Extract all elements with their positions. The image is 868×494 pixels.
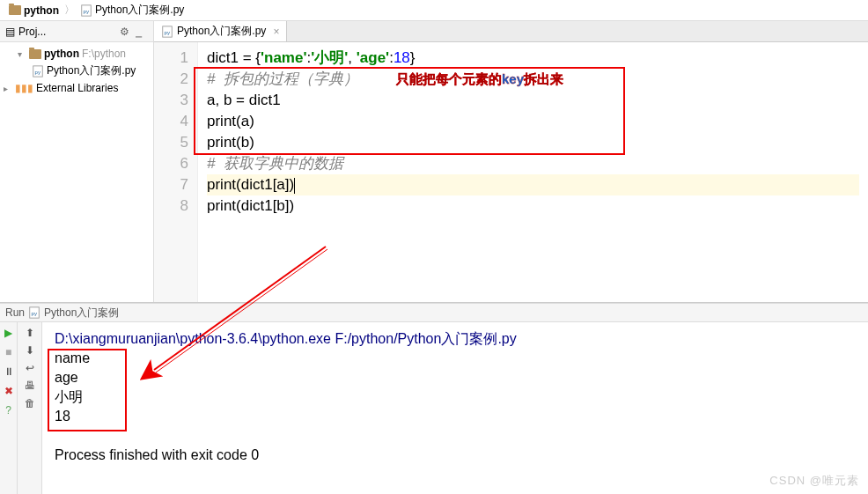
svg-text:py: py	[32, 310, 38, 316]
line-number: 4	[158, 111, 188, 132]
line-number: 3	[158, 90, 188, 111]
run-header: Run py Python入门案例	[0, 303, 868, 322]
line-number: 8	[158, 195, 188, 217]
tree-external-libs[interactable]: ▸ ▮▮▮ External Libraries	[0, 80, 153, 96]
code-line: # 获取字典中的数据	[207, 153, 859, 174]
console-exit: Process finished with exit code 0	[55, 446, 856, 465]
up-icon[interactable]: ⬆	[23, 326, 37, 340]
editor-area: py Python入门案例.py × 1 2 3 4 5 6 7 8 dict1…	[154, 21, 868, 302]
close-icon[interactable]: ×	[273, 26, 279, 38]
tree-external-libs-label: External Libraries	[36, 82, 118, 94]
line-number: 2	[158, 69, 188, 90]
close-icon[interactable]: ✖	[2, 384, 16, 398]
breadcrumb: python 〉 py Python入门案例.py	[0, 0, 868, 21]
tree-root-path: F:\python	[82, 48, 126, 60]
code-line: print(b)	[207, 132, 859, 153]
help-icon[interactable]: ?	[2, 403, 16, 417]
rerun-icon[interactable]: ▶	[2, 326, 16, 340]
tree-root-label: python	[44, 48, 79, 60]
text-caret	[294, 178, 295, 194]
run-header-title: Python入门案例	[44, 306, 119, 321]
code-line: a, b = dict1	[207, 90, 859, 111]
tree-root[interactable]: ▾ python F:\python	[0, 46, 153, 62]
line-number: 5	[158, 132, 188, 153]
trash-icon[interactable]: 🗑	[23, 396, 37, 410]
line-number: 6	[158, 153, 188, 174]
console-output[interactable]: D:\xiangmuruanjian\python-3.6.4\python.e…	[42, 322, 868, 494]
tab-label: Python入门案例.py	[177, 24, 266, 39]
chevron-right-icon[interactable]: ▸	[4, 84, 12, 93]
console-command: D:\xiangmuruanjian\python-3.6.4\python.e…	[55, 329, 856, 349]
project-tool-window: ▤ Proj... ⚙ ⎯ ▾ python F:\python py Pyth…	[0, 21, 154, 302]
stop-icon[interactable]: ■	[2, 345, 16, 359]
project-header: ▤ Proj... ⚙ ⎯	[0, 21, 153, 42]
line-number: 7	[158, 174, 188, 195]
tab-python-file[interactable]: py Python入门案例.py ×	[154, 21, 287, 41]
svg-text:py: py	[84, 7, 90, 13]
tree-file-label: Python入门案例.py	[47, 63, 136, 78]
folder-icon	[29, 49, 41, 59]
code-content[interactable]: dict1 = {'name':'小明', 'age':18} # 拆包的过程（…	[198, 42, 868, 302]
editor-tabs: py Python入门案例.py ×	[154, 21, 868, 42]
python-file-icon: py	[32, 65, 44, 77]
chevron-down-icon[interactable]: ▾	[18, 49, 26, 59]
folder-icon	[9, 5, 21, 15]
line-number: 1	[158, 48, 188, 69]
console-line: age	[55, 368, 856, 387]
code-line: print(a)	[207, 111, 859, 132]
wrap-icon[interactable]: ↩	[23, 361, 37, 375]
console-line: 18	[55, 407, 856, 426]
python-file-icon: py	[161, 26, 173, 38]
breadcrumb-project-label: python	[24, 4, 59, 17]
code-editor[interactable]: 1 2 3 4 5 6 7 8 dict1 = {'name':'小明', 'a…	[154, 42, 868, 302]
code-line: # 拆包的过程（字典）	[207, 69, 859, 90]
svg-text:py: py	[35, 68, 41, 74]
down-icon[interactable]: ⬇	[23, 343, 37, 358]
run-toolbar-right: ⬆ ⬇ ↩ 🖶 🗑	[18, 322, 42, 494]
code-line: print(dict1[a])	[207, 174, 859, 195]
chevron-right-icon: 〉	[64, 3, 75, 18]
library-icon: ▮▮▮	[15, 82, 33, 94]
svg-text:py: py	[165, 28, 171, 34]
gear-icon[interactable]: ⚙	[120, 26, 132, 38]
run-tool-window: Run py Python入门案例 ▶ ■ ⏸ ✖ ? ⬆ ⬇ ↩ 🖶 🗑 D:…	[0, 303, 868, 494]
project-tree[interactable]: ▾ python F:\python py Python入门案例.py ▸ ▮▮…	[0, 42, 153, 302]
python-file-icon: py	[28, 306, 40, 319]
breadcrumb-file-label: Python入门案例.py	[95, 3, 184, 18]
breadcrumb-project[interactable]: python	[5, 4, 63, 17]
run-toolbar-left: ▶ ■ ⏸ ✖ ?	[0, 322, 18, 494]
console-line: 小明	[55, 387, 856, 407]
print-icon[interactable]: 🖶	[23, 379, 37, 393]
tree-file[interactable]: py Python入门案例.py	[0, 62, 153, 80]
line-gutter: 1 2 3 4 5 6 7 8	[154, 42, 198, 302]
console-line: name	[55, 349, 856, 368]
python-file-icon: py	[80, 4, 92, 17]
project-title: Proj...	[18, 26, 46, 38]
pause-icon[interactable]: ⏸	[2, 365, 16, 379]
hide-icon[interactable]: ⎯	[136, 26, 148, 38]
breadcrumb-file[interactable]: py Python入门案例.py	[77, 3, 188, 18]
run-header-prefix: Run	[5, 306, 25, 319]
code-line: dict1 = {'name':'小明', 'age':18}	[207, 48, 859, 69]
project-title-icon: ▤	[5, 26, 15, 38]
code-line: print(dict1[b])	[207, 195, 859, 217]
